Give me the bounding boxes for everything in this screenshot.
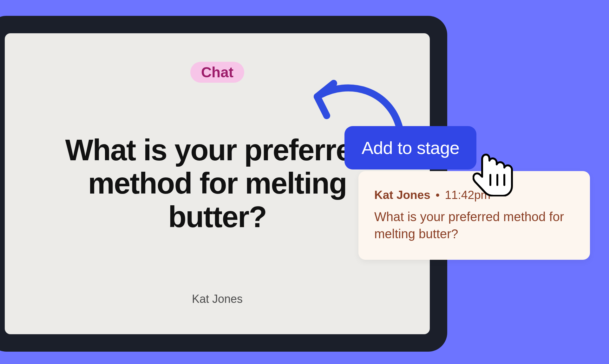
stage-question-text: What is your preferred method for meltin… [52,133,382,233]
chat-message-time: 11:42pm [445,188,490,201]
add-to-stage-button[interactable]: Add to stage [344,126,476,169]
chat-message-card[interactable]: Kat Jones • 11:42pm What is your preferr… [358,171,590,260]
chat-message-author: Kat Jones [374,188,430,201]
chat-message-body: What is your preferred method for meltin… [374,208,574,242]
chat-badge: Chat [190,62,244,83]
stage-author-label: Kat Jones [192,292,243,306]
meta-separator: • [434,188,442,201]
chat-message-meta: Kat Jones • 11:42pm [374,188,574,202]
